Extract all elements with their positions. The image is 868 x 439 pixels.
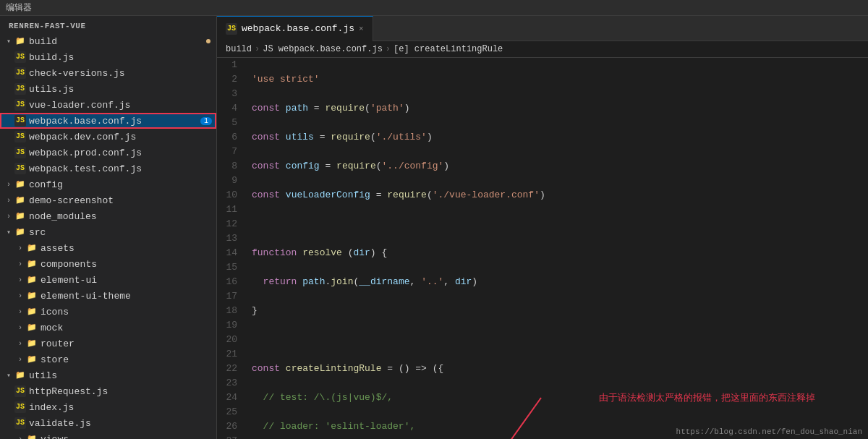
sidebar-item-webpack-test[interactable]: JS webpack.test.conf.js <box>0 161 216 176</box>
js-file-icon: JS <box>226 23 237 35</box>
sidebar-item-label: store <box>41 354 69 365</box>
chevron-down-icon: ▾ <box>3 37 14 46</box>
sidebar-item-label: assets <box>41 243 75 254</box>
breadcrumb-build: build <box>226 44 252 54</box>
js-file-icon: JS <box>14 99 26 111</box>
js-file-icon: JS <box>14 51 26 63</box>
chevron-right-icon: › <box>14 324 26 332</box>
sidebar-item-build-js[interactable]: JS build.js <box>0 49 216 65</box>
title-bar: 编辑器 <box>0 0 868 16</box>
sidebar-item-webpack-base[interactable]: JS webpack.base.conf.js 1 <box>0 113 216 129</box>
sidebar-item-utils-folder[interactable]: ▾ 📁 utils <box>0 367 216 383</box>
code-line-2: const path = require('path') <box>252 101 868 116</box>
code-line-3: const utils = require('./utils') <box>252 130 868 145</box>
sidebar-item-label: src <box>29 227 46 238</box>
folder-icon: 📁 <box>26 258 38 270</box>
active-tab[interactable]: JS webpack.base.conf.js × <box>217 16 373 41</box>
folder-icon: 📁 <box>14 210 26 222</box>
sidebar-item-label: router <box>41 338 75 349</box>
sidebar-item-label: webpack.dev.conf.js <box>29 132 136 142</box>
code-line-5: const vueLoaderConfig = require('./vue-l… <box>252 188 868 203</box>
code-line-11: const createLintingRule = () => ({ <box>252 362 868 376</box>
tab-label: webpack.base.conf.js <box>242 23 354 34</box>
sidebar-item-label: webpack.test.conf.js <box>29 163 142 174</box>
chevron-right-icon: › <box>3 181 14 189</box>
js-file-icon: JS <box>14 385 26 397</box>
sidebar-item-build[interactable]: ▾ 📁 build <box>0 33 216 49</box>
folder-icon: 📁 <box>26 338 38 349</box>
code-editor-wrapper: 12345 678910 1112131415 1617181920 21222… <box>217 58 868 439</box>
sidebar-item-router[interactable]: › 📁 router <box>0 336 216 351</box>
code-line-7: function resolve (dir) { <box>252 246 868 260</box>
sidebar-item-label: demo-screenshot <box>29 195 114 206</box>
sidebar-item-http-request[interactable]: JS httpRequest.js <box>0 383 216 399</box>
sidebar-item-label: icons <box>41 307 69 317</box>
chevron-right-icon: › <box>14 340 26 348</box>
sidebar-item-demo-screenshot[interactable]: › 📁 demo-screenshot <box>0 192 216 208</box>
js-file-icon: JS <box>14 83 26 95</box>
folder-icon: 📁 <box>26 322 38 333</box>
sidebar-item-src[interactable]: ▾ 📁 src <box>0 224 216 240</box>
chevron-right-icon: › <box>14 292 26 300</box>
tab-bar: JS webpack.base.conf.js × <box>217 16 868 41</box>
sidebar-item-vue-loader[interactable]: JS vue-loader.conf.js <box>0 97 216 113</box>
sidebar-item-label: webpack.base.conf.js <box>29 116 142 127</box>
js-file-icon: JS <box>14 401 26 413</box>
code-line-1: 'use strict' <box>252 72 868 87</box>
js-file-icon: JS <box>14 147 26 158</box>
breadcrumb-sep: › <box>255 44 260 54</box>
sidebar-item-node-modules[interactable]: › 📁 node_modules <box>0 208 216 224</box>
sidebar-item-utils[interactable]: JS utils.js <box>0 81 216 97</box>
folder-open-icon: 📁 <box>14 35 26 47</box>
js-file-icon: JS <box>14 67 26 79</box>
sidebar-item-label: element-ui-theme <box>41 291 131 302</box>
folder-icon: 📁 <box>26 433 38 439</box>
breadcrumb-symbol: [e] createLintingRule <box>393 44 503 54</box>
sidebar-item-store[interactable]: › 📁 store <box>0 351 216 367</box>
line-numbers: 12345 678910 1112131415 1617181920 21222… <box>217 58 246 439</box>
folder-icon: 📁 <box>14 179 26 190</box>
code-line-6 <box>252 217 868 231</box>
chevron-right-icon: › <box>14 276 26 284</box>
sidebar-item-label: views <box>41 434 69 440</box>
tab-close-button[interactable]: × <box>359 25 364 33</box>
chevron-right-icon: › <box>3 213 14 221</box>
code-editor[interactable]: 12345 678910 1112131415 1617181920 21222… <box>217 58 868 439</box>
sidebar-item-validate-js[interactable]: JS validate.js <box>0 415 216 431</box>
sidebar-item-label: element-ui <box>41 275 97 286</box>
sidebar-item-views[interactable]: › 📁 views <box>0 431 216 439</box>
change-count-badge: 1 <box>200 117 212 125</box>
sidebar-item-label: node_modules <box>29 211 97 222</box>
sidebar-item-check-versions[interactable]: JS check-versions.js <box>0 65 216 81</box>
code-line-4: const config = require('../config') <box>252 159 868 174</box>
chevron-down-icon: ▾ <box>3 228 14 236</box>
sidebar-item-icons[interactable]: › 📁 icons <box>0 304 216 320</box>
folder-open-icon: 📁 <box>14 370 26 381</box>
file-explorer-sidebar: RENREN-FAST-VUE ▾ 📁 build JS build.js JS… <box>0 16 217 439</box>
js-file-icon: JS <box>14 115 26 127</box>
sidebar-item-label: build <box>29 36 57 47</box>
chevron-right-icon: › <box>14 244 26 252</box>
sidebar-item-index-js[interactable]: JS index.js <box>0 399 216 415</box>
sidebar-item-config[interactable]: › 📁 config <box>0 176 216 192</box>
sidebar-item-components[interactable]: › 📁 components <box>0 256 216 272</box>
sidebar-item-element-ui-theme[interactable]: › 📁 element-ui-theme <box>0 288 216 304</box>
sidebar-item-label: check-versions.js <box>29 68 125 79</box>
sidebar-item-assets[interactable]: › 📁 assets <box>0 240 216 256</box>
folder-icon: 📁 <box>26 290 38 302</box>
sidebar-item-webpack-prod[interactable]: JS webpack.prod.conf.js <box>0 145 216 161</box>
sidebar-item-webpack-dev[interactable]: JS webpack.dev.conf.js <box>0 129 216 145</box>
code-line-8: return path.join(__dirname, '..', dir) <box>252 275 868 289</box>
sidebar-item-label: components <box>41 259 97 270</box>
folder-icon: 📁 <box>26 306 38 317</box>
sidebar-item-label: build.js <box>29 52 74 63</box>
watermark-text: https://blog.csdn.net/fen_dou_shao_nian <box>676 427 862 436</box>
breadcrumb: build › JS webpack.base.conf.js › [e] cr… <box>217 41 868 58</box>
sidebar-item-mock[interactable]: › 📁 mock <box>0 320 216 336</box>
modified-badge <box>206 39 210 43</box>
folder-icon: 📁 <box>26 242 38 254</box>
sidebar-item-element-ui[interactable]: › 📁 element-ui <box>0 272 216 288</box>
sidebar-item-label: webpack.prod.conf.js <box>29 148 142 158</box>
title-text: 编辑器 <box>6 1 32 14</box>
sidebar-item-label: validate.js <box>29 418 91 429</box>
